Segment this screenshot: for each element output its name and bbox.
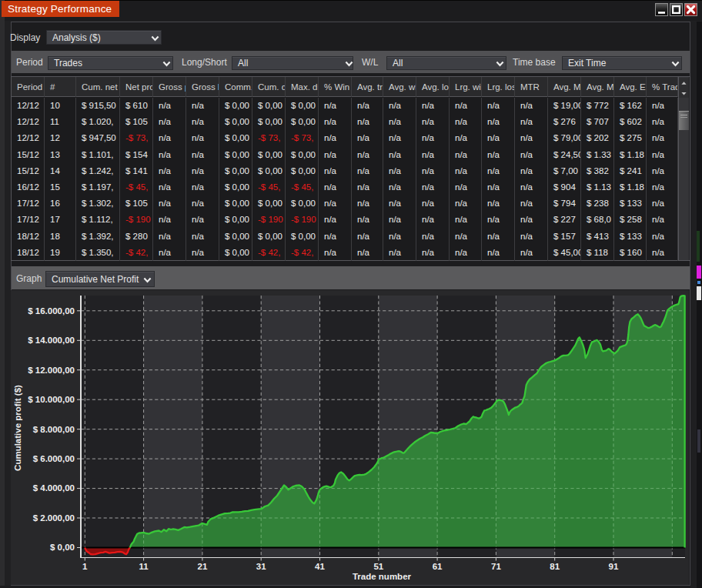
svg-text:$ 2.000,00: $ 2.000,00 xyxy=(33,513,75,523)
svg-text:$ 0,00: $ 0,00 xyxy=(50,543,75,552)
svg-text:$ 10.000,00: $ 10.000,00 xyxy=(28,395,75,404)
svg-text:$ 6.000,00: $ 6.000,00 xyxy=(33,454,75,463)
svg-text:Trade number: Trade number xyxy=(353,572,412,581)
svg-text:31: 31 xyxy=(256,562,266,571)
svg-text:81: 81 xyxy=(550,562,560,571)
svg-text:61: 61 xyxy=(433,562,443,571)
svg-text:11: 11 xyxy=(139,562,149,571)
svg-text:$ 4.000,00: $ 4.000,00 xyxy=(33,483,75,493)
svg-text:$ 14.000,00: $ 14.000,00 xyxy=(28,336,75,345)
svg-text:91: 91 xyxy=(609,562,619,571)
svg-text:51: 51 xyxy=(373,562,383,571)
svg-text:71: 71 xyxy=(491,562,501,571)
svg-text:Cumulative profit ($): Cumulative profit ($) xyxy=(13,385,22,471)
svg-text:$ 16.000,00: $ 16.000,00 xyxy=(28,306,75,316)
svg-text:21: 21 xyxy=(198,562,208,571)
svg-text:$ 8.000,00: $ 8.000,00 xyxy=(33,425,75,434)
svg-text:$ 12.000,00: $ 12.000,00 xyxy=(28,366,75,375)
svg-text:1: 1 xyxy=(82,562,88,571)
svg-text:41: 41 xyxy=(315,562,325,571)
